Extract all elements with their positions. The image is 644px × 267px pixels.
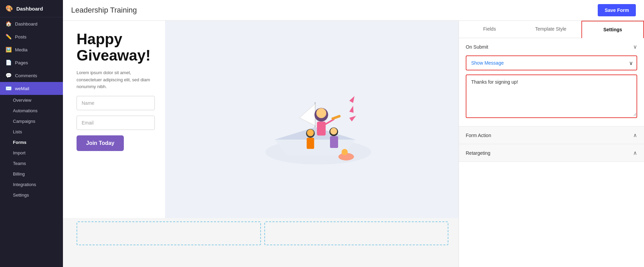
sidebar-sub-item-import[interactable]: Import: [0, 148, 63, 158]
show-message-wrapper: Show Message Redirect to URL Do Nothing …: [466, 55, 637, 70]
sidebar-nav-item-dashboard[interactable]: 🏠 Dashboard: [0, 17, 63, 30]
tab-fields[interactable]: Fields: [459, 21, 520, 38]
svg-rect-14: [330, 136, 338, 148]
posts-icon: ✏️: [5, 34, 12, 40]
show-message-select[interactable]: Show Message Redirect to URL Do Nothing: [466, 55, 637, 70]
svg-marker-4: [299, 104, 315, 126]
sidebar-sub-item-overview[interactable]: Overview: [0, 95, 63, 105]
sidebar-nav-item-wemail[interactable]: ✉️ weMail: [0, 82, 63, 95]
form-preview: Happy Giveaway! Lorem ipsum dolor sit am…: [63, 21, 459, 267]
retargeting-header[interactable]: Retargeting ∧: [459, 144, 644, 162]
page-title: Leadership Training: [71, 6, 137, 15]
sidebar-sub-item-automations[interactable]: Automations: [0, 105, 63, 116]
form-bottom-boxes: [63, 218, 459, 252]
svg-rect-11: [307, 138, 314, 149]
svg-rect-9: [331, 115, 341, 120]
svg-rect-6: [317, 121, 326, 135]
sidebar-logo[interactable]: 🎨 Dashboard: [0, 0, 63, 17]
sidebar-sub-item-lists[interactable]: Lists: [0, 127, 63, 137]
sidebar-sub-item-forms[interactable]: Forms: [0, 137, 63, 148]
sidebar-nav-item-posts[interactable]: ✏️ Posts: [0, 30, 63, 43]
sidebar-item-label: Dashboard: [15, 21, 37, 27]
on-submit-content: Show Message Redirect to URL Do Nothing …: [459, 55, 644, 126]
retargeting-title: Retargeting: [466, 150, 490, 156]
form-description: Lorem ipsum dolor sit amet, consectetuer…: [77, 69, 155, 90]
svg-point-8: [316, 108, 326, 118]
tab-template-style[interactable]: Template Style: [520, 21, 581, 38]
form-heading: Happy Giveaway!: [77, 31, 155, 64]
sidebar-sub-item-campaigns[interactable]: Campaigns: [0, 116, 63, 127]
empty-box-left: [77, 221, 261, 245]
empty-box-right: [264, 221, 449, 245]
media-icon: 🖼️: [5, 47, 12, 53]
content-area: Happy Giveaway! Lorem ipsum dolor sit am…: [63, 21, 644, 267]
form-action-chevron: ∧: [633, 132, 637, 138]
svg-marker-18: [348, 106, 356, 114]
form-left: Happy Giveaway! Lorem ipsum dolor sit am…: [63, 21, 165, 218]
form-action-header[interactable]: Form Action ∧: [459, 127, 644, 144]
svg-point-15: [330, 128, 337, 135]
message-textarea-wrapper: Thanks for signing up!: [466, 74, 637, 118]
dashboard-icon: 🎨: [5, 5, 13, 12]
sidebar-nav-item-comments[interactable]: 💬 Comments: [0, 69, 63, 82]
sidebar-item-label: Media: [15, 47, 28, 52]
sidebar-sub-item-teams[interactable]: Teams: [0, 158, 63, 169]
name-field[interactable]: Name: [77, 96, 155, 110]
panel-tabs: Fields Template Style Settings: [459, 21, 644, 38]
tab-settings[interactable]: Settings: [581, 21, 644, 38]
save-form-button[interactable]: Save Form: [598, 4, 636, 16]
sidebar: 🎨 Dashboard 🏠 Dashboard ✏️ Posts 🖼️ Medi…: [0, 0, 63, 267]
wemail-icon: ✉️: [5, 85, 12, 91]
form-preview-inner: Happy Giveaway! Lorem ipsum dolor sit am…: [63, 21, 459, 267]
email-field[interactable]: Email: [77, 116, 155, 130]
illustration-svg: [247, 65, 377, 174]
sidebar-item-label: Pages: [15, 60, 28, 65]
svg-line-7: [326, 119, 334, 124]
sidebar-item-label: Comments: [15, 73, 37, 78]
on-submit-chevron: ∨: [633, 44, 637, 50]
svg-marker-20: [349, 115, 356, 122]
retargeting-chevron: ∧: [633, 150, 637, 156]
form-action-title: Form Action: [466, 133, 491, 138]
submit-button[interactable]: Join Today: [77, 135, 124, 151]
sidebar-nav-item-media[interactable]: 🖼️ Media: [0, 43, 63, 56]
sidebar-logo-label: Dashboard: [16, 6, 43, 12]
retargeting-section: Retargeting ∧: [459, 144, 644, 162]
sidebar-item-label: Posts: [15, 34, 27, 39]
on-submit-section: On Submit ∨ Show Message Redirect to URL…: [459, 38, 644, 127]
svg-point-12: [307, 129, 314, 136]
sidebar-nav-item-pages[interactable]: 📄 Pages: [0, 56, 63, 69]
sidebar-sub-item-integrations[interactable]: Integrations: [0, 179, 63, 190]
comments-icon: 💬: [5, 72, 12, 79]
message-textarea[interactable]: Thanks for signing up!: [466, 75, 637, 116]
form-preview-content: Happy Giveaway! Lorem ipsum dolor sit am…: [63, 21, 459, 218]
home-icon: 🏠: [5, 21, 12, 27]
sidebar-item-label: weMail: [15, 86, 29, 91]
pages-icon: 📄: [5, 60, 12, 66]
sidebar-sub-item-settings[interactable]: Settings: [0, 190, 63, 200]
svg-marker-19: [348, 96, 356, 104]
topbar: Leadership Training Save Form: [63, 0, 644, 21]
svg-marker-2: [275, 127, 356, 140]
on-submit-header[interactable]: On Submit ∨: [459, 38, 644, 55]
svg-point-17: [341, 149, 347, 155]
on-submit-title: On Submit: [466, 44, 488, 50]
right-panel: Fields Template Style Settings On Submit…: [459, 21, 644, 267]
form-illustration: [165, 21, 459, 218]
form-action-section: Form Action ∧: [459, 127, 644, 144]
sidebar-sub-item-billing[interactable]: Billing: [0, 169, 63, 179]
main-area: Leadership Training Save Form Happy Give…: [63, 0, 644, 267]
